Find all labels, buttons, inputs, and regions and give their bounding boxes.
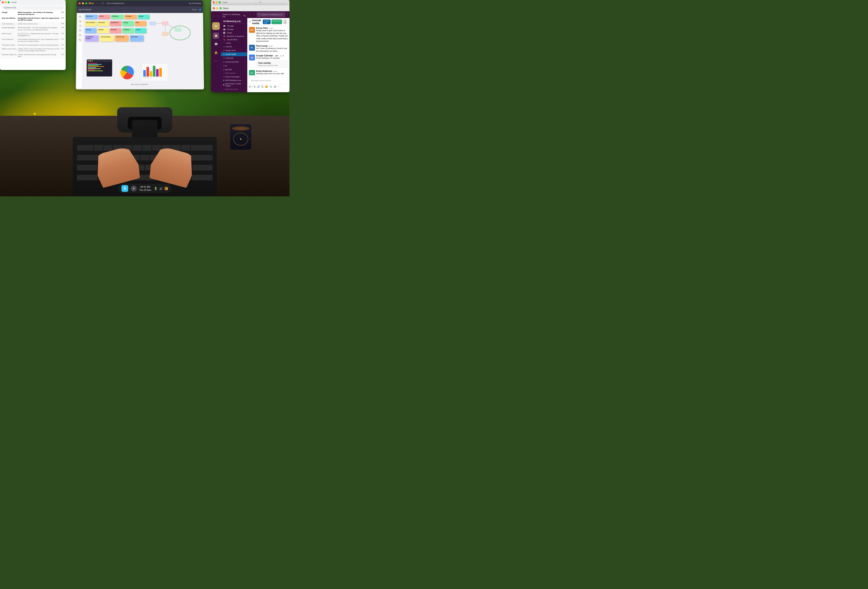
slack-minimize-button[interactable] (216, 7, 218, 9)
sticky-deploy[interactable]: Deploy (138, 15, 150, 19)
sticky-purple1[interactable]: Competitive analysis (85, 35, 99, 41)
miro-share-button[interactable]: Share (192, 9, 197, 10)
miro-shape-tool[interactable]: □ (78, 33, 82, 37)
slack-maximize-button[interactable] (220, 7, 221, 9)
sticky-teal2[interactable]: Launch (135, 28, 146, 33)
gmail-row[interactable]: Jane Spareria is... Enable menu, launche… (0, 22, 66, 26)
miro-canvas[interactable]: ↖ ✋ 📝 T □ ✏️ Discovery Define Published … (76, 13, 204, 89)
slack-workspace-icon[interactable]: A1 (212, 22, 220, 30)
slack-compose-icon[interactable]: ✏️ (243, 15, 246, 17)
sticky-task2[interactable]: Interviews (97, 21, 109, 26)
gmail-row[interactable]: test@brightdigital... MEGA Presentation … (0, 26, 66, 32)
slack-nav-mentions[interactable]: @ Mentions & reactions (221, 34, 247, 38)
mention-icon[interactable]: @ (274, 85, 276, 88)
fb-minimize-button[interactable] (216, 1, 218, 3)
slack-dms-header[interactable]: ▼ Direct messages (221, 75, 247, 78)
slack-add-channel[interactable]: + Add channel (221, 71, 247, 75)
slack-message-input[interactable]: Message #social-media (249, 77, 288, 84)
slack-nav-saved[interactable]: 🔖 Saved items (221, 38, 247, 41)
emoji-icon[interactable]: 😊 (265, 85, 268, 88)
slack-channel-announcements[interactable]: # announcements (221, 60, 247, 64)
slack-dm-icon[interactable]: 💬 (213, 41, 219, 47)
slack-channel-social-media[interactable]: # social-media (221, 52, 247, 56)
miro-maximize-button[interactable] (85, 2, 87, 4)
gmail-row[interactable]: Rundown signup sheet... Untitled: Shared… (0, 53, 66, 59)
sticky-orange2[interactable]: Journey map (115, 35, 128, 41)
slack-nav-more[interactable]: ⋯ More (221, 41, 247, 45)
gmail-close-button[interactable] (2, 1, 4, 3)
slack-add-teammates[interactable]: + Add teammates (221, 87, 247, 91)
list-icon[interactable]: ☰ (261, 85, 264, 88)
slack-nav-threads[interactable]: 💬 Threads (221, 24, 247, 28)
miro-pen-tool[interactable]: ✏️ (78, 38, 82, 42)
sticky-task5[interactable]: Build (135, 21, 146, 26)
slack-dm-bea[interactable]: Bea Rosen, Carter Poplin... (221, 82, 247, 87)
miro-close-button[interactable] (78, 2, 81, 4)
miro-text-tool[interactable]: T (78, 29, 82, 33)
gmail-row[interactable]: Oliver Hutton Re: 2027_03_21 – Multipart… (0, 32, 66, 37)
slack-channel-general[interactable]: # general (221, 68, 247, 71)
slack-nav-all-dms[interactable]: ✉️ All DMs (221, 28, 247, 31)
fb-maximize-button[interactable] (219, 1, 221, 3)
taskbar-slack-icon[interactable]: S (121, 185, 128, 192)
miro-select-tool[interactable]: ↖ (78, 15, 82, 19)
miro-minimize-button[interactable] (82, 2, 84, 4)
slack-back-btn[interactable]: ← (249, 13, 251, 16)
slack-nav-back[interactable]: ← (213, 15, 216, 18)
miro-sticky-tool[interactable]: 📝 (78, 24, 82, 28)
badge-project-brief[interactable]: Project brief (263, 19, 271, 24)
sticky-blue2[interactable]: Sprint plan (130, 35, 144, 41)
slack-forward-btn[interactable]: → (253, 13, 255, 16)
slack-close-button[interactable] (213, 7, 215, 9)
code-thumbnail[interactable] (86, 59, 112, 77)
slack-channel-design-team[interactable]: # design-team (221, 49, 247, 52)
slack-home-icon[interactable]: 🏠 (213, 33, 219, 39)
gmail-search-box[interactable]: 🔍 Search mail (2, 6, 64, 10)
slack-channels-header[interactable]: ▼ Channels (221, 56, 247, 60)
miro-toolbar[interactable]: My First Board Share 👥 (77, 6, 203, 13)
gmail-row[interactable]: Jane doe Winton... [Google/Microsoft] 3D… (0, 16, 66, 22)
slack-more-icon[interactable]: ⋯ (213, 58, 219, 64)
slack-event-card[interactable]: Team standup Today from 13:00 to 13:30 (256, 61, 288, 68)
sticky-define[interactable]: Define (99, 15, 110, 19)
slack-starred-header[interactable]: ▼ Starred (221, 45, 247, 49)
miro-zoom-icon[interactable]: 👥 (199, 9, 201, 10)
italic-icon[interactable]: I (252, 85, 252, 88)
sticky-research[interactable]: Surveys (85, 28, 97, 33)
sticky-prototype[interactable]: Prototype (124, 15, 137, 19)
gmail-row[interactable]: Google MEGA Presentation - new activity … (0, 10, 66, 16)
link-icon[interactable]: 🔗 (257, 85, 260, 88)
attach-icon[interactable]: 📎 (269, 85, 273, 88)
sticky-task3[interactable]: Wireframes (110, 21, 122, 26)
slack-apps-header[interactable]: ▼ Apps (221, 91, 247, 92)
badge-todo[interactable]: To do (283, 19, 287, 24)
slack-activity-icon[interactable]: 🔔 (213, 49, 219, 56)
badge-resources[interactable]: Resources (272, 19, 282, 24)
sticky-ideas[interactable]: Ideation (97, 28, 109, 33)
sticky-discovery[interactable]: Discovery (85, 15, 98, 19)
gmail-row[interactable]: "Rundown Guide" – Share a folder + Join … (0, 43, 66, 47)
gmail-row[interactable]: Flight to San Francisco Untitled: Check … (0, 47, 66, 53)
more-options-icon[interactable]: ⋯ (278, 85, 280, 88)
gmail-maximize-button[interactable] (7, 1, 10, 3)
slack-top-search[interactable]: 🔍 Search A1 Marketing Ltd. (257, 12, 285, 17)
gmail-row[interactable]: Fran Robertson... Fran Robertson mention… (0, 37, 66, 43)
gmail-minimize-button[interactable] (4, 1, 7, 3)
sticky-green2[interactable]: Feedback (122, 28, 134, 33)
slack-help-icon[interactable]: ? (286, 13, 288, 16)
sticky-task1[interactable]: User research (85, 21, 97, 26)
slack-nav-drafts[interactable]: 📝 Drafts (221, 31, 247, 34)
sticky-yellow2[interactable]: User personas (100, 35, 114, 41)
slack-dm-will[interactable]: Will Rodrigues you (221, 78, 247, 82)
sticky-blocked[interactable]: Mockups (110, 28, 121, 33)
sticky-task4[interactable]: Testing (122, 21, 134, 26)
sticky-published[interactable]: Published (111, 15, 124, 19)
taskbar-add-button[interactable]: + (131, 185, 137, 191)
strikethrough-icon[interactable]: S̶ (254, 85, 255, 88)
miro-hand-tool[interactable]: ✋ (78, 19, 82, 23)
fb-close-button[interactable] (213, 1, 215, 3)
slack-search-field[interactable]: Search A1 Marketing Ltd. (222, 13, 242, 18)
slack-channel-pr[interactable]: # pr (221, 64, 247, 68)
bold-icon[interactable]: B (249, 85, 251, 88)
slack-nav-forward[interactable]: → (216, 15, 219, 18)
